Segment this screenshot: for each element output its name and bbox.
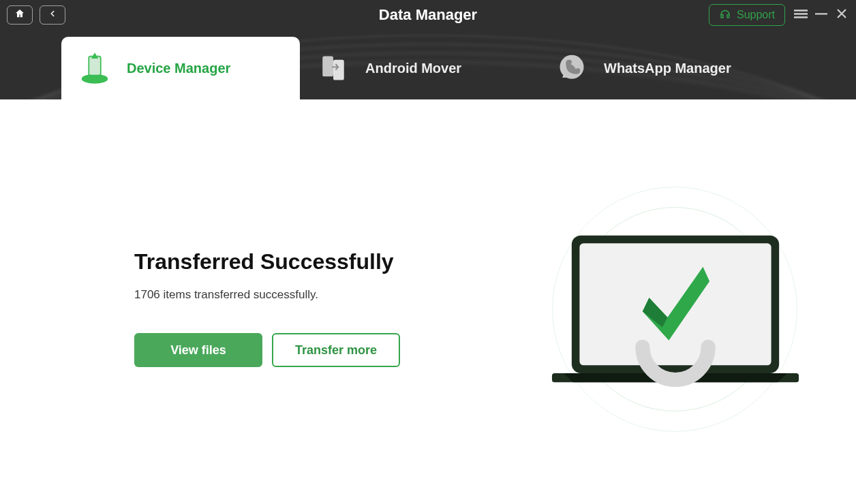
chevron-left-icon xyxy=(48,9,57,21)
tab-android-mover[interactable]: Android Mover xyxy=(300,37,538,99)
headset-icon xyxy=(719,7,731,22)
result-heading: Transferred Successfully xyxy=(134,249,400,274)
titlebar: Data Manager Support xyxy=(0,0,856,30)
svg-rect-2 xyxy=(794,16,808,18)
tab-label: Device Manager xyxy=(127,61,230,76)
result-panel: Transferred Successfully 1706 items tran… xyxy=(134,249,400,367)
result-subtext: 1706 items transferred successfully. xyxy=(134,288,400,302)
success-illustration xyxy=(545,180,804,439)
hamburger-icon xyxy=(794,7,808,23)
support-label: Support xyxy=(737,9,775,21)
laptop-checkmark-icon xyxy=(551,229,800,399)
svg-rect-7 xyxy=(333,60,344,80)
minimize-button[interactable] xyxy=(814,7,829,22)
tab-label: WhatsApp Manager xyxy=(604,61,731,76)
view-files-button[interactable]: View files xyxy=(134,333,262,367)
home-button[interactable] xyxy=(7,5,33,25)
svg-rect-6 xyxy=(322,57,333,77)
tab-device-manager[interactable]: Device Manager xyxy=(61,37,300,99)
window-controls xyxy=(793,7,849,22)
transfer-more-button[interactable]: Transfer more xyxy=(272,333,400,367)
app-title: Data Manager xyxy=(379,6,477,24)
whatsapp-manager-icon xyxy=(552,48,592,88)
content: Transferred Successfully 1706 items tran… xyxy=(0,99,856,504)
header: Data Manager Support xyxy=(0,0,856,99)
tab-bar: Device Manager Android Mover WhatsApp xyxy=(0,30,856,99)
android-mover-icon xyxy=(314,48,353,88)
svg-rect-1 xyxy=(794,13,808,15)
support-button[interactable]: Support xyxy=(709,4,785,26)
menu-button[interactable] xyxy=(793,7,808,22)
close-icon xyxy=(836,7,848,22)
device-manager-icon xyxy=(75,48,114,88)
svg-rect-5 xyxy=(89,57,101,76)
tab-whatsapp-manager[interactable]: WhatsApp Manager xyxy=(538,37,777,99)
svg-rect-12 xyxy=(579,243,771,365)
close-button[interactable] xyxy=(834,7,849,22)
svg-rect-3 xyxy=(815,13,827,14)
svg-rect-0 xyxy=(794,10,808,12)
action-buttons: View files Transfer more xyxy=(134,333,400,367)
back-button[interactable] xyxy=(40,5,65,25)
tab-label: Android Mover xyxy=(365,61,461,76)
home-icon xyxy=(14,8,25,22)
minimize-icon xyxy=(815,7,827,22)
